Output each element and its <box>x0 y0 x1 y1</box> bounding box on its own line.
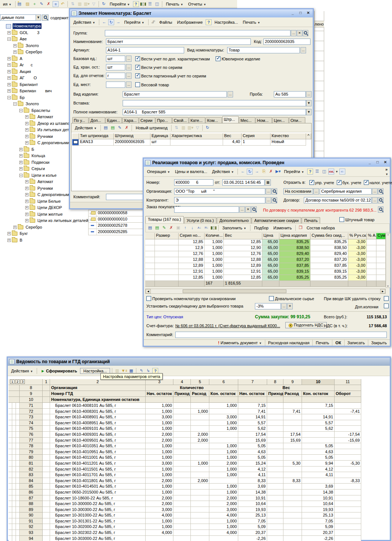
grid-cell[interactable] <box>173 495 191 501</box>
grid-cell[interactable]: 9,94 <box>302 461 335 467</box>
visible-fields-combo[interactable]: димые поля <box>0 14 36 21</box>
row-number[interactable]: 71 <box>20 403 43 409</box>
report-window-titlebar[interactable]: Ведомость по товарам и ГТД организаций <box>8 358 390 366</box>
tree-toggle-icon[interactable]: + <box>19 148 23 151</box>
nomenclature-cell[interactable]: Браслет 0610-4008301 Au 585, г <box>50 409 146 415</box>
column-header[interactable]: Нач. остаток <box>146 391 173 397</box>
table-cell[interactable] <box>170 139 223 146</box>
table-cell[interactable] <box>145 239 155 245</box>
list-item[interactable]: ↓0000000000010 <box>89 216 145 223</box>
tab-6[interactable]: Про... <box>156 117 172 123</box>
group-outline-column[interactable] <box>16 432 20 438</box>
grid-cell[interactable] <box>173 484 191 489</box>
comment-field[interactable] <box>175 332 387 338</box>
grid-cell[interactable] <box>283 472 302 478</box>
grid-cell[interactable] <box>173 472 191 478</box>
report-row[interactable]: 88Браслет 10-300000-22 Au 585, г2,0002,0… <box>9 501 361 507</box>
group-outline-column[interactable] <box>9 518 12 524</box>
report-row[interactable]: 91Браслет 10-301301-22 Au 585, г1,0001,0… <box>9 518 361 524</box>
column-header[interactable]: Сум <box>376 233 386 239</box>
grid-cell[interactable] <box>267 501 283 507</box>
grid-cell[interactable]: 5,62 <box>302 426 335 432</box>
table-cell[interactable]: 835,25 <box>310 275 348 281</box>
extra-cols-checkbox[interactable] <box>384 303 389 308</box>
tree-toggle-icon[interactable]: + <box>25 141 29 145</box>
group-outline-column[interactable] <box>16 414 20 420</box>
grid-cell[interactable]: 5,30 <box>283 461 302 467</box>
grid-cell[interactable] <box>335 524 361 530</box>
grid-cell[interactable]: 1,000 <box>209 443 238 449</box>
scroll-left-icon[interactable]: ◄ <box>146 289 151 293</box>
nomenclature-cell[interactable]: Браслет 10-18600-22 Au 585, г <box>50 495 146 501</box>
copy-rows-icon[interactable]: ▥▾ <box>187 125 193 131</box>
column-number[interactable]: 3 <box>146 379 173 385</box>
grid-cell[interactable] <box>267 484 283 489</box>
table-cell[interactable] <box>367 275 376 281</box>
close-button[interactable]: ✕ <box>305 11 311 16</box>
undo-icon[interactable]: ↶ <box>60 1 66 7</box>
grid-cell[interactable]: 1,000 <box>146 449 173 455</box>
grid-cell[interactable]: 7,05 <box>238 518 267 524</box>
grid-cell[interactable] <box>267 432 283 438</box>
grid-cell[interactable] <box>267 524 283 530</box>
grid-cell[interactable] <box>335 472 361 478</box>
grid-cell[interactable]: 4,11 <box>302 472 335 478</box>
column-header[interactable]: Штрихкод <box>114 133 150 139</box>
open-item-icon[interactable]: ▨ <box>24 1 30 7</box>
grid-cell[interactable] <box>335 414 361 420</box>
grid-cell[interactable] <box>267 518 283 524</box>
grid-cell[interactable]: 5,57 <box>302 420 335 426</box>
print-menu[interactable]: Печать ▼ <box>164 1 185 7</box>
contractor-field[interactable]: Э <box>174 197 265 203</box>
grid-cell[interactable]: 10,64 <box>302 501 335 507</box>
grid-cell[interactable]: 10,64 <box>238 501 267 507</box>
full-name-field[interactable]: А164-1 Браслет 585 <box>123 109 306 115</box>
report-row[interactable]: 78Браслет 0610-4010351 Au 585, г1,0001,0… <box>9 443 361 449</box>
grid-cell[interactable]: 4,11 <box>238 472 267 478</box>
table-cell[interactable]: -3,00 <box>348 251 367 257</box>
nomenclature-header[interactable]: Номенклатура, Единица хранения остатков <box>50 397 146 403</box>
extra-chars-checkbox[interactable] <box>135 56 140 61</box>
sales-window-titlebar[interactable]: Реализация товаров и услуг: продажа, ком… <box>144 159 390 167</box>
kind-field[interactable]: Товар <box>227 47 300 53</box>
grid-cell[interactable]: 7,15 <box>302 403 335 409</box>
group-outline-column[interactable] <box>16 438 20 444</box>
report-row[interactable]: 80Браслет 0610-4011001 Au 585, г1,0001,0… <box>9 455 361 461</box>
xml-dropdown-icon[interactable]: ▼ <box>335 170 338 173</box>
grid-cell[interactable] <box>283 512 302 518</box>
report-row[interactable]: 90Браслет 10-301000-22 Au 585, г4,0004,0… <box>9 512 361 518</box>
group-outline-column[interactable] <box>12 530 16 536</box>
column-number[interactable]: 1 <box>43 379 50 385</box>
grid-cell[interactable] <box>267 472 283 478</box>
table-cell[interactable] <box>155 239 179 245</box>
go-menu[interactable]: Перейти ▼ <box>108 1 132 7</box>
grid-cell[interactable] <box>191 518 209 524</box>
tree-toggle-icon[interactable]: + <box>25 180 29 183</box>
refresh-icon[interactable]: ↻ <box>247 169 253 175</box>
move-item-icon[interactable]: ⇅ <box>70 1 76 7</box>
group-open-button[interactable] <box>303 30 308 36</box>
grid-cell[interactable]: 4,12 <box>302 467 335 472</box>
grid-cell[interactable]: -5,30 <box>335 461 361 467</box>
org-open-button[interactable] <box>272 188 277 195</box>
nomenclature-cell[interactable]: Браслет 10-302302-22 Au 585, г <box>50 530 146 536</box>
report-row[interactable]: 89Браслет 10-300300-22 Au 585, г3,0003,0… <box>9 507 361 513</box>
column-header[interactable]: Серия но... <box>179 233 205 239</box>
column-header[interactable]: Кон. остаток <box>302 391 335 397</box>
table-cell[interactable]: 65,00 <box>262 239 279 245</box>
row-number[interactable]: 88 <box>20 501 43 507</box>
grid-cell[interactable]: 7,41 <box>283 409 302 415</box>
items-hscrollbar[interactable]: ◄ ► <box>145 289 386 294</box>
edit-item-icon[interactable]: ✎ <box>39 1 44 7</box>
group-outline-column[interactable] <box>16 501 20 507</box>
grid-cell[interactable] <box>43 461 50 467</box>
group-outline-column[interactable] <box>16 507 20 513</box>
nomenclature-cell[interactable]: Браслет 0610-4008951 Au 585, г <box>50 420 146 426</box>
grid-cell[interactable]: 1,000 <box>146 484 173 489</box>
basis-field[interactable]: Серебряные изделия <box>320 188 372 195</box>
contract-more-button[interactable]: ... <box>372 197 378 203</box>
place-unit-field[interactable] <box>106 82 125 88</box>
tree-toggle-icon[interactable]: + <box>25 115 29 119</box>
grid-cell[interactable]: 2,000 <box>191 438 209 444</box>
grid-cell[interactable]: 5,57 <box>238 420 267 426</box>
